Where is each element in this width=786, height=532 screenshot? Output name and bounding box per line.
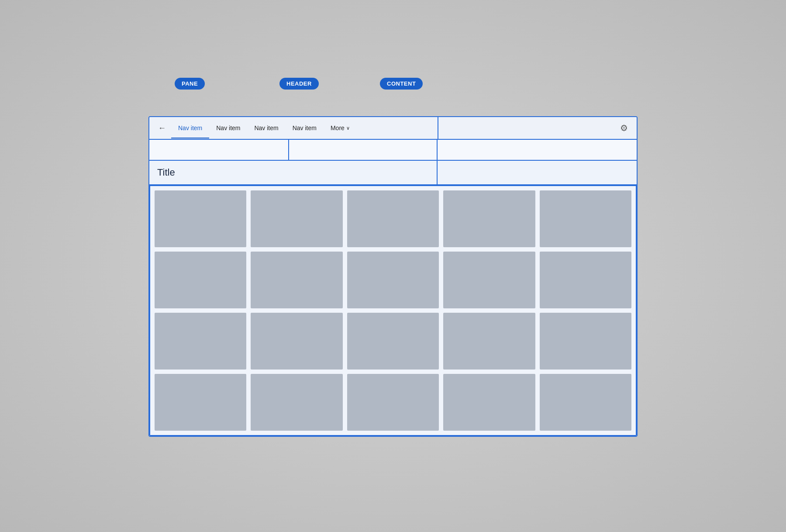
header-divider-cell [289,140,438,160]
grid-cell-3-4 [443,313,535,370]
ui-panel: ← Nav item Nav item Nav item Nav item Mo… [148,116,638,437]
grid-cell-3-2 [251,313,342,370]
title-area: Title [149,161,438,184]
content-grid-wrapper [149,185,637,436]
content-label-text: CONTENT [387,80,416,87]
pane-divider-cell [149,140,289,160]
grid-cell-4-3 [347,374,439,431]
nav-item-4-label: Nav item [293,124,317,131]
nav-item-2[interactable]: Nav item [209,118,247,138]
content-grid [149,185,637,436]
header-label-text: HEADER [286,80,312,87]
nav-item-3-label: Nav item [254,124,278,131]
grid-cell-1-5 [540,190,631,247]
grid-cell-3-5 [540,313,631,370]
section-divider-row [149,140,637,161]
content-divider-cell [438,140,637,160]
grid-cell-1-3 [347,190,439,247]
title-right-area [438,161,637,184]
grid-cell-4-5 [540,374,631,431]
nav-item-1-label: Nav item [178,124,202,131]
back-icon: ← [158,124,166,133]
grid-cell-2-4 [443,252,535,308]
nav-item-2-label: Nav item [216,124,240,131]
grid-cell-1-4 [443,190,535,247]
gear-icon: ⚙ [620,123,628,133]
grid-cell-2-1 [155,252,246,308]
content-label-badge: CONTENT [380,78,423,90]
back-button[interactable]: ← [155,122,169,135]
nav-item-4[interactable]: Nav item [286,118,324,138]
chevron-down-icon: ∨ [346,125,350,131]
grid-cell-3-1 [155,313,246,370]
grid-cell-4-2 [251,374,342,431]
nav-items-container: Nav item Nav item Nav item Nav item More… [171,118,617,138]
title-bar: Title [149,161,637,185]
grid-cell-2-5 [540,252,631,308]
grid-cell-4-1 [155,374,246,431]
grid-cell-2-2 [251,252,342,308]
grid-cell-4-4 [443,374,535,431]
grid-cell-2-3 [347,252,439,308]
grid-cell-1-2 [251,190,342,247]
outer-wrapper: PANE HEADER CONTENT ← Nav item Nav item … [148,95,638,437]
pane-label-badge: PANE [175,78,205,90]
nav-item-more[interactable]: More ∨ [324,118,357,138]
pane-label-text: PANE [182,80,198,87]
grid-cell-3-3 [347,313,439,370]
nav-bar: ← Nav item Nav item Nav item Nav item Mo… [149,117,637,140]
nav-item-3[interactable]: Nav item [247,118,285,138]
more-label: More [331,124,345,131]
grid-cell-1-1 [155,190,246,247]
header-label-badge: HEADER [279,78,319,90]
title-text: Title [157,167,175,178]
nav-item-1[interactable]: Nav item [171,118,209,138]
settings-button[interactable]: ⚙ [617,121,631,135]
